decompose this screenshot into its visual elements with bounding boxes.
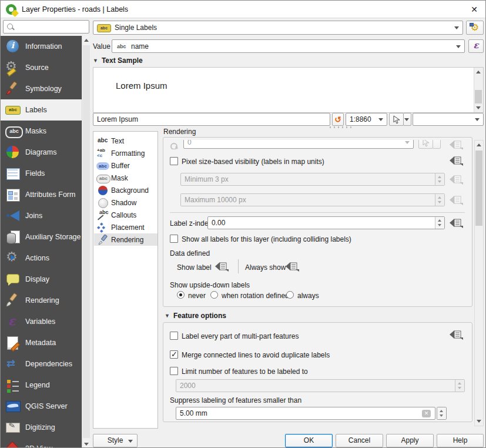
show-all-labels-checkbox[interactable] [170,235,178,243]
min-pixel-spinner[interactable]: Minimum 3 px [180,173,445,186]
merge-connected-checkbox[interactable]: ✓ [170,350,178,359]
radio-when-rotation-defined[interactable] [210,291,218,299]
sidebar-item-qgis-server[interactable]: QGIS Server [1,396,82,417]
ok-button[interactable]: OK [285,434,333,447]
suppress-input[interactable]: 5.00 mm ✕ [176,407,435,420]
spin-buttons[interactable] [455,380,464,392]
radio-never[interactable] [177,291,185,299]
tab-background[interactable]: Background [94,184,157,196]
suppress-spin[interactable] [437,407,447,420]
spin-buttons[interactable] [435,173,444,185]
sidebar-item-source[interactable]: Source [1,57,82,78]
scroll-down-icon[interactable] [84,443,89,446]
sidebar-item-attributes-form[interactable]: Attributes Form [1,184,82,205]
cancel-button[interactable]: Cancel [336,434,383,447]
sidebar-item-fields[interactable]: Fields [1,163,82,184]
data-defined-override-icon[interactable] [214,261,229,272]
sidebar-item-masks[interactable]: Masks [1,121,82,142]
pixel-visibility-checkbox[interactable] [170,157,178,165]
panel-scrollbar-thumb[interactable] [475,151,482,226]
sidebar-item-rendering[interactable]: Rendering [1,290,82,311]
sidebar-item-actions[interactable]: Actions [1,248,82,269]
scroll-down-icon[interactable] [477,420,481,423]
expression-button[interactable]: ε [468,39,484,53]
check-icon: ✓ [171,350,177,359]
max-pixel-spinner[interactable]: Maximum 10000 px [180,193,445,206]
data-defined-override-icon[interactable] [449,218,464,228]
tab-shadow[interactable]: Shadow [94,196,157,209]
sidebar-item-variables[interactable]: Variables [1,311,82,332]
sidebar-item-information[interactable]: Information [1,36,82,57]
map-settings-button[interactable] [389,113,404,126]
map-settings-dropdown[interactable] [403,113,411,126]
sidebar-item-diagrams[interactable]: Diagrams [1,142,82,163]
tab-callouts[interactable]: Callouts [94,209,157,221]
sidebar-scrollbar[interactable] [82,36,90,448]
label-settings-tabs: Text Formatting Buffer Mask Background S… [93,131,158,429]
label-every-part-checkbox[interactable] [170,332,178,340]
value-field-combo[interactable]: abc name [112,39,465,53]
qgis-server-icon [5,399,21,414]
tab-buffer[interactable]: Buffer [94,159,157,172]
data-defined-override-icon[interactable] [449,155,464,166]
scroll-up-icon[interactable] [476,71,481,73]
clipped-combo[interactable]: 0 [183,140,414,149]
preview-text: Lorem Ipsum [116,81,167,91]
sidebar-item-labels[interactable]: Labels [1,99,82,121]
limit-features-spinner[interactable]: 2000 [176,379,465,392]
sidebar-scrollbar-thumb[interactable] [83,45,90,438]
feature-options-header[interactable]: ▼Feature options [165,312,226,320]
clipped-map-dropdown[interactable] [433,140,441,149]
tab-text[interactable]: Text [94,135,157,147]
data-defined-override-icon[interactable] [449,195,464,205]
reset-sample-button[interactable]: ↺ [332,113,344,126]
labeling-mode-combo[interactable]: abc Single Labels [93,21,463,35]
sample-scale-combo[interactable]: 1:8860 [346,113,387,126]
buffer-icon [96,161,111,171]
sample-text-input[interactable]: Lorem Ipsum [93,113,330,126]
sample-background-combo[interactable] [413,113,484,126]
radio-always[interactable] [286,291,294,299]
spin-buttons[interactable] [435,194,444,206]
zindex-spinner[interactable]: 0.00 [207,216,445,229]
tab-rendering[interactable]: Rendering [94,233,157,246]
show-label-label: Show label [177,263,212,272]
data-defined-override-icon[interactable] [285,261,300,272]
close-icon[interactable]: ✕ [465,2,483,16]
data-defined-override-icon[interactable] [449,329,464,340]
sidebar-item-3d-view[interactable]: 3D View [1,438,82,448]
tab-mask[interactable]: Mask [94,172,157,184]
sidebar-item-display[interactable]: Display [1,269,82,290]
clipped-map-button[interactable] [418,140,433,149]
text-sample-header[interactable]: ▼Text Sample [93,56,143,65]
sidebar-item-symbology[interactable]: Symbology [1,78,82,99]
cursor-icon [423,140,430,147]
preview-scrollbar[interactable] [474,68,483,112]
sidebar-item-dependencies[interactable]: Dependencies [1,353,82,375]
clear-icon[interactable]: ✕ [422,410,431,417]
sidebar-item-auxiliary-storage[interactable]: Auxiliary Storage [1,226,82,248]
automated-placement-button[interactable]: ⚙ [466,21,484,35]
data-defined-override-icon[interactable] [449,140,464,149]
panel-scrollbar[interactable] [474,140,484,426]
apply-button[interactable]: Apply [386,434,434,447]
sidebar-item-metadata[interactable]: Metadata [1,332,82,353]
tab-formatting[interactable]: Formatting [94,147,157,159]
scroll-up-icon[interactable] [477,143,481,146]
scroll-down-icon[interactable] [476,106,481,109]
style-button[interactable]: Style [93,434,138,447]
tab-placement[interactable]: Placement [94,221,157,233]
limit-features-checkbox[interactable] [170,367,178,375]
help-button[interactable]: Help [437,434,484,447]
search-input[interactable] [3,20,89,34]
spin-buttons[interactable] [435,217,444,229]
scroll-up-icon[interactable] [84,39,89,42]
labels-icon [5,102,21,118]
spin-buttons[interactable] [437,407,446,419]
splitter-handle[interactable] [330,126,354,128]
sidebar-item-joins[interactable]: Joins [1,205,82,226]
data-defined-override-icon[interactable] [449,174,464,185]
sidebar-item-legend[interactable]: Legend [1,375,82,396]
sidebar-item-digitizing[interactable]: Digitizing [1,417,82,438]
chevron-down-icon [404,118,409,121]
